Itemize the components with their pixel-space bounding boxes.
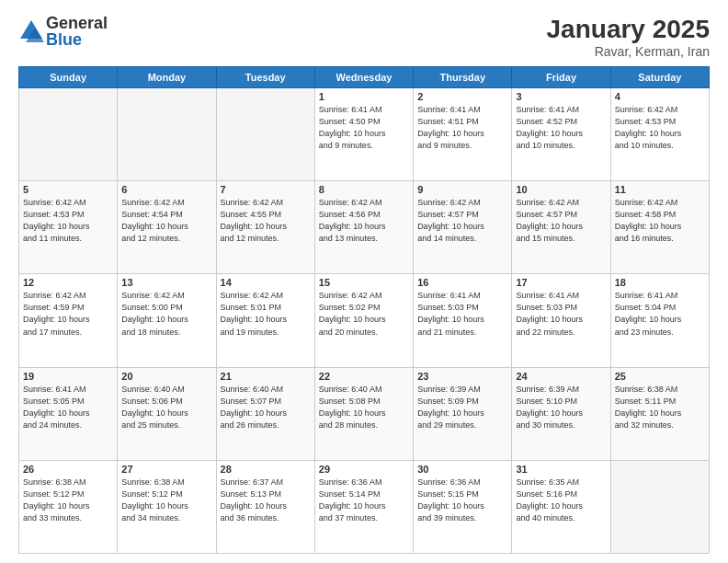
day-number: 6 bbox=[121, 184, 211, 195]
day-cell: 26Sunrise: 6:38 AM Sunset: 5:12 PM Dayli… bbox=[19, 460, 118, 553]
day-cell: 2Sunrise: 6:41 AM Sunset: 4:51 PM Daylig… bbox=[414, 88, 512, 181]
week-row-0: 1Sunrise: 6:41 AM Sunset: 4:50 PM Daylig… bbox=[19, 88, 710, 181]
day-cell: 19Sunrise: 6:41 AM Sunset: 5:05 PM Dayli… bbox=[19, 367, 118, 460]
day-number: 20 bbox=[121, 371, 211, 382]
week-row-2: 12Sunrise: 6:42 AM Sunset: 4:59 PM Dayli… bbox=[19, 274, 710, 367]
day-cell: 20Sunrise: 6:40 AM Sunset: 5:06 PM Dayli… bbox=[118, 367, 216, 460]
day-cell: 29Sunrise: 6:36 AM Sunset: 5:14 PM Dayli… bbox=[314, 460, 413, 553]
day-number: 9 bbox=[417, 184, 507, 195]
header-saturday: Saturday bbox=[610, 67, 709, 88]
day-info: Sunrise: 6:42 AM Sunset: 4:57 PM Dayligh… bbox=[417, 197, 507, 245]
day-number: 3 bbox=[516, 91, 606, 102]
day-info: Sunrise: 6:36 AM Sunset: 5:14 PM Dayligh… bbox=[319, 477, 409, 524]
day-number: 23 bbox=[417, 371, 507, 382]
day-info: Sunrise: 6:42 AM Sunset: 4:53 PM Dayligh… bbox=[615, 104, 705, 152]
day-cell: 5Sunrise: 6:42 AM Sunset: 4:53 PM Daylig… bbox=[19, 181, 118, 274]
day-info: Sunrise: 6:38 AM Sunset: 5:12 PM Dayligh… bbox=[121, 477, 211, 524]
day-info: Sunrise: 6:38 AM Sunset: 5:11 PM Dayligh… bbox=[615, 384, 705, 431]
day-cell: 7Sunrise: 6:42 AM Sunset: 4:55 PM Daylig… bbox=[216, 181, 314, 274]
day-cell: 9Sunrise: 6:42 AM Sunset: 4:57 PM Daylig… bbox=[414, 181, 512, 274]
day-cell: 8Sunrise: 6:42 AM Sunset: 4:56 PM Daylig… bbox=[314, 181, 413, 274]
day-number: 16 bbox=[417, 277, 507, 288]
day-cell: 18Sunrise: 6:41 AM Sunset: 5:04 PM Dayli… bbox=[610, 274, 709, 367]
calendar-subtitle: Ravar, Kerman, Iran bbox=[547, 44, 710, 59]
day-info: Sunrise: 6:41 AM Sunset: 4:50 PM Dayligh… bbox=[319, 104, 409, 152]
header-thursday: Thursday bbox=[414, 67, 512, 88]
page: General Blue January 2025 Ravar, Kerman,… bbox=[0, 0, 728, 563]
day-number: 11 bbox=[615, 184, 705, 195]
day-cell: 25Sunrise: 6:38 AM Sunset: 5:11 PM Dayli… bbox=[610, 367, 709, 460]
day-number: 4 bbox=[615, 91, 705, 102]
title-block: January 2025 Ravar, Kerman, Iran bbox=[547, 15, 710, 59]
day-cell: 1Sunrise: 6:41 AM Sunset: 4:50 PM Daylig… bbox=[314, 88, 413, 181]
day-info: Sunrise: 6:41 AM Sunset: 5:05 PM Dayligh… bbox=[23, 384, 113, 431]
calendar-body: 1Sunrise: 6:41 AM Sunset: 4:50 PM Daylig… bbox=[19, 88, 710, 554]
day-cell: 23Sunrise: 6:39 AM Sunset: 5:09 PM Dayli… bbox=[414, 367, 512, 460]
day-number: 22 bbox=[319, 371, 409, 382]
logo-general-label: General bbox=[46, 15, 108, 31]
day-info: Sunrise: 6:41 AM Sunset: 4:52 PM Dayligh… bbox=[516, 104, 606, 152]
day-number: 5 bbox=[23, 184, 113, 195]
day-number: 17 bbox=[516, 277, 606, 288]
day-cell: 15Sunrise: 6:42 AM Sunset: 5:02 PM Dayli… bbox=[314, 274, 413, 367]
day-info: Sunrise: 6:42 AM Sunset: 4:55 PM Dayligh… bbox=[221, 197, 311, 245]
calendar-table: Sunday Monday Tuesday Wednesday Thursday… bbox=[18, 66, 710, 554]
day-number: 19 bbox=[23, 371, 113, 382]
day-number: 2 bbox=[417, 91, 507, 102]
day-number: 21 bbox=[221, 371, 311, 382]
day-number: 28 bbox=[221, 464, 311, 475]
day-cell: 14Sunrise: 6:42 AM Sunset: 5:01 PM Dayli… bbox=[216, 274, 314, 367]
day-cell: 12Sunrise: 6:42 AM Sunset: 4:59 PM Dayli… bbox=[19, 274, 118, 367]
day-info: Sunrise: 6:42 AM Sunset: 4:53 PM Dayligh… bbox=[23, 197, 113, 245]
day-info: Sunrise: 6:42 AM Sunset: 5:01 PM Dayligh… bbox=[221, 290, 311, 338]
day-number: 15 bbox=[319, 277, 409, 288]
day-info: Sunrise: 6:40 AM Sunset: 5:06 PM Dayligh… bbox=[121, 384, 211, 431]
day-cell: 22Sunrise: 6:40 AM Sunset: 5:08 PM Dayli… bbox=[314, 367, 413, 460]
day-info: Sunrise: 6:40 AM Sunset: 5:07 PM Dayligh… bbox=[221, 384, 311, 431]
logo-icon bbox=[18, 18, 44, 44]
day-number: 14 bbox=[221, 277, 311, 288]
day-info: Sunrise: 6:40 AM Sunset: 5:08 PM Dayligh… bbox=[319, 384, 409, 431]
day-cell: 13Sunrise: 6:42 AM Sunset: 5:00 PM Dayli… bbox=[118, 274, 216, 367]
day-info: Sunrise: 6:42 AM Sunset: 4:59 PM Dayligh… bbox=[23, 290, 113, 338]
day-cell: 16Sunrise: 6:41 AM Sunset: 5:03 PM Dayli… bbox=[414, 274, 512, 367]
day-info: Sunrise: 6:41 AM Sunset: 5:03 PM Dayligh… bbox=[516, 290, 606, 338]
day-number: 26 bbox=[23, 464, 113, 475]
day-info: Sunrise: 6:42 AM Sunset: 4:54 PM Dayligh… bbox=[121, 197, 211, 245]
day-info: Sunrise: 6:41 AM Sunset: 4:51 PM Dayligh… bbox=[417, 104, 507, 152]
day-cell: 11Sunrise: 6:42 AM Sunset: 4:58 PM Dayli… bbox=[610, 181, 709, 274]
header-friday: Friday bbox=[512, 67, 610, 88]
day-info: Sunrise: 6:42 AM Sunset: 4:57 PM Dayligh… bbox=[516, 197, 606, 245]
day-cell: 6Sunrise: 6:42 AM Sunset: 4:54 PM Daylig… bbox=[118, 181, 216, 274]
day-info: Sunrise: 6:39 AM Sunset: 5:09 PM Dayligh… bbox=[417, 384, 507, 431]
day-number: 7 bbox=[221, 184, 311, 195]
day-number: 31 bbox=[516, 464, 606, 475]
day-info: Sunrise: 6:37 AM Sunset: 5:13 PM Dayligh… bbox=[221, 477, 311, 524]
day-number: 13 bbox=[121, 277, 211, 288]
logo-text: General Blue bbox=[46, 15, 108, 48]
header-tuesday: Tuesday bbox=[216, 67, 314, 88]
day-info: Sunrise: 6:35 AM Sunset: 5:16 PM Dayligh… bbox=[516, 477, 606, 524]
day-cell bbox=[19, 88, 118, 181]
day-cell: 4Sunrise: 6:42 AM Sunset: 4:53 PM Daylig… bbox=[610, 88, 709, 181]
day-info: Sunrise: 6:42 AM Sunset: 4:58 PM Dayligh… bbox=[615, 197, 705, 245]
day-cell: 10Sunrise: 6:42 AM Sunset: 4:57 PM Dayli… bbox=[512, 181, 610, 274]
day-cell bbox=[118, 88, 216, 181]
logo: General Blue bbox=[18, 15, 108, 48]
day-number: 30 bbox=[417, 464, 507, 475]
day-number: 12 bbox=[23, 277, 113, 288]
day-cell: 3Sunrise: 6:41 AM Sunset: 4:52 PM Daylig… bbox=[512, 88, 610, 181]
week-row-1: 5Sunrise: 6:42 AM Sunset: 4:53 PM Daylig… bbox=[19, 181, 710, 274]
header-row: Sunday Monday Tuesday Wednesday Thursday… bbox=[19, 67, 710, 88]
week-row-4: 26Sunrise: 6:38 AM Sunset: 5:12 PM Dayli… bbox=[19, 460, 710, 553]
day-info: Sunrise: 6:42 AM Sunset: 5:00 PM Dayligh… bbox=[121, 290, 211, 338]
day-cell bbox=[216, 88, 314, 181]
logo-blue-label: Blue bbox=[46, 31, 108, 48]
day-number: 29 bbox=[319, 464, 409, 475]
day-cell: 27Sunrise: 6:38 AM Sunset: 5:12 PM Dayli… bbox=[118, 460, 216, 553]
day-number: 18 bbox=[615, 277, 705, 288]
day-cell: 30Sunrise: 6:36 AM Sunset: 5:15 PM Dayli… bbox=[414, 460, 512, 553]
day-cell: 24Sunrise: 6:39 AM Sunset: 5:10 PM Dayli… bbox=[512, 367, 610, 460]
day-cell: 31Sunrise: 6:35 AM Sunset: 5:16 PM Dayli… bbox=[512, 460, 610, 553]
day-cell: 21Sunrise: 6:40 AM Sunset: 5:07 PM Dayli… bbox=[216, 367, 314, 460]
